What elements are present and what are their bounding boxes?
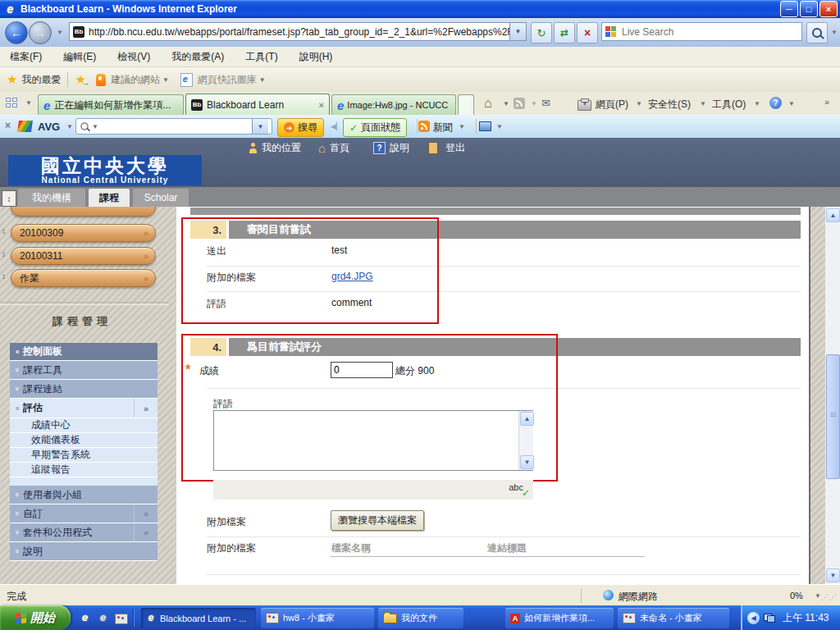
suggested-sites-dropdown[interactable]: ▼: [162, 76, 169, 84]
help-dropdown[interactable]: ▼: [788, 100, 795, 107]
cp-performance-dashboard[interactable]: 效能儀表板: [10, 433, 158, 448]
browser-tab-2-active[interactable]: Bb Blackboard Learn ×: [185, 94, 330, 115]
taskbar-button-blackboard[interactable]: e Blackboard Learn - ...: [141, 608, 256, 628]
avg-extra-icon[interactable]: [479, 121, 491, 131]
clock[interactable]: 上午 11:43: [783, 611, 829, 625]
favorites-button[interactable]: 我的最愛: [21, 73, 61, 87]
window-titlebar[interactable]: e Blackboard Learn - Windows Internet Ex…: [0, 0, 840, 18]
cp-help[interactable]: » 說明: [10, 542, 158, 561]
web-slices-dropdown[interactable]: ▼: [259, 76, 266, 84]
avg-search-box[interactable]: ▼ ▼: [75, 118, 272, 135]
control-panel-header[interactable]: » 控制面板: [10, 343, 158, 361]
course-menu-button-clipped[interactable]: [11, 207, 156, 217]
quick-launch-ie-icon[interactable]: e: [79, 611, 91, 623]
menu-edit[interactable]: 編輯(E): [63, 50, 96, 64]
browser-tab-3[interactable]: e Image:Hw8.jpg - NCUCC Wiki: [331, 94, 456, 115]
print-dropdown[interactable]: ▼: [582, 100, 588, 107]
tools-menu[interactable]: 工具(O): [712, 98, 746, 112]
browser-tab-1[interactable]: e 正在編輯如何新增作業項...: [38, 94, 184, 115]
portal-home-link[interactable]: ⌂ 首頁: [318, 141, 349, 155]
scroll-down-icon[interactable]: ▼: [826, 568, 840, 582]
menu-tools[interactable]: 工具(T): [245, 50, 277, 64]
refresh-page-button[interactable]: ↻: [531, 22, 552, 43]
page-menu[interactable]: 網頁(P): [596, 98, 628, 112]
taskbar-button-pdf[interactable]: A 如何新增作業項...: [505, 608, 614, 628]
scroll-down-icon[interactable]: ▼: [520, 455, 534, 469]
grade-input[interactable]: [331, 362, 393, 378]
suggested-sites-button[interactable]: 建議的網站: [111, 73, 160, 87]
start-button[interactable]: 開始: [0, 605, 71, 630]
toolbar-overflow-chevron[interactable]: »: [824, 97, 829, 107]
url-text[interactable]: http://bb.ncu.edu.tw/webapps/portal/fram…: [89, 26, 509, 38]
menu-file[interactable]: 檔案(F): [10, 50, 42, 64]
avg-search-combo-dropdown[interactable]: ▼: [252, 119, 268, 134]
zoom-dropdown[interactable]: ▼: [815, 592, 821, 600]
course-menu-button-assignments[interactable]: 作業 »: [11, 269, 156, 287]
help-icon[interactable]: ?: [769, 97, 782, 109]
address-dropdown[interactable]: ▼: [509, 23, 526, 40]
address-bar[interactable]: Bb http://bb.ncu.edu.tw/webapps/portal/f…: [69, 22, 527, 41]
drag-handle-icon[interactable]: ↕: [2, 249, 6, 258]
cp-customization[interactable]: » 自訂 »: [10, 504, 158, 523]
tab-my-institution[interactable]: 我的機構: [18, 189, 85, 207]
close-button[interactable]: ×: [819, 1, 838, 17]
quick-tabs-icon[interactable]: [6, 98, 18, 109]
menu-view[interactable]: 檢視(V): [117, 50, 150, 64]
zoom-level[interactable]: 0%: [790, 591, 803, 600]
avg-search-button[interactable]: ➜ 搜尋: [277, 118, 324, 137]
live-search-box[interactable]: [601, 22, 802, 41]
open-in-new-chevron[interactable]: »: [134, 504, 158, 523]
tab-courses[interactable]: 課程: [89, 189, 130, 207]
taskbar-button-my-documents[interactable]: 我的文件: [378, 608, 463, 628]
open-in-new-chevron[interactable]: »: [134, 399, 158, 418]
recent-pages-dropdown[interactable]: ▼: [57, 29, 63, 36]
open-in-new-chevron[interactable]: »: [134, 523, 158, 541]
avg-extra-dropdown[interactable]: ▼: [496, 123, 503, 130]
page-scrollbar[interactable]: ▲ ▼: [825, 207, 840, 584]
avg-search-dropdown[interactable]: ▼: [92, 123, 98, 130]
go-button[interactable]: ⇄: [554, 22, 575, 43]
web-slices-button[interactable]: 網頁快訊圖庫: [198, 73, 257, 87]
home-dropdown[interactable]: ▼: [503, 100, 509, 107]
taskbar-button-untitled-paint[interactable]: 未命名 - 小畫家: [618, 608, 729, 628]
cp-course-links[interactable]: » 課程連結: [10, 380, 158, 399]
live-search-input[interactable]: [620, 25, 801, 39]
network-tray-icon[interactable]: [764, 614, 775, 623]
tab-list-dropdown[interactable]: ▼: [25, 99, 32, 107]
resize-grip[interactable]: ⋰⋰: [821, 593, 838, 601]
avg-menu-dropdown[interactable]: ▼: [66, 123, 73, 130]
tray-collapse-icon[interactable]: ◀: [747, 612, 760, 624]
cp-course-tools[interactable]: » 課程工具: [10, 361, 158, 380]
scroll-thumb[interactable]: [826, 354, 840, 479]
course-menu-button-20100309[interactable]: 20100309 »: [11, 224, 156, 242]
attached-file-link[interactable]: grd4.JPG: [331, 271, 373, 282]
maximize-button[interactable]: □: [800, 1, 818, 17]
cp-early-warning[interactable]: 早期警告系統: [10, 448, 158, 463]
page-menu-dropdown[interactable]: ▼: [636, 100, 642, 107]
new-tab-stub[interactable]: [458, 94, 474, 115]
safety-menu[interactable]: 安全性(S): [648, 98, 691, 112]
menu-help[interactable]: 說明(H): [299, 50, 333, 64]
textarea-scrollbar[interactable]: ▲ ▼: [518, 411, 533, 470]
taskbar-button-hw8-paint[interactable]: hw8 - 小畫家: [261, 608, 374, 628]
logout-link[interactable]: 登出: [428, 141, 465, 155]
avg-page-status-button[interactable]: ✓ 頁面狀態: [343, 118, 407, 137]
scroll-up-icon[interactable]: ▲: [520, 412, 534, 426]
comments-textarea[interactable]: [213, 410, 533, 471]
my-places-link[interactable]: 我的位置: [249, 141, 301, 155]
safety-menu-dropdown[interactable]: ▼: [700, 100, 706, 107]
cp-tracking-reports[interactable]: 追蹤報告: [10, 463, 158, 477]
cp-packages-utilities[interactable]: » 套件和公用程式 »: [10, 523, 158, 542]
cp-users-groups[interactable]: » 使用者與小組: [10, 486, 158, 504]
drag-handle-icon[interactable]: ↕: [2, 272, 6, 281]
frame-resize-handle[interactable]: ↕: [2, 190, 16, 207]
tools-menu-dropdown[interactable]: ▼: [754, 100, 760, 107]
avg-news-dropdown[interactable]: ▼: [459, 123, 465, 130]
search-options-dropdown[interactable]: ▼: [831, 29, 838, 36]
quick-launch-paint-icon[interactable]: [115, 614, 128, 624]
portal-help-link[interactable]: ? 說明: [373, 141, 409, 155]
stop-button[interactable]: ×: [577, 22, 598, 43]
add-favorite-icon[interactable]: ★→: [75, 72, 85, 87]
avg-news-button[interactable]: 新聞: [433, 121, 453, 135]
course-menu-button-20100311[interactable]: 20100311 »: [11, 247, 156, 265]
